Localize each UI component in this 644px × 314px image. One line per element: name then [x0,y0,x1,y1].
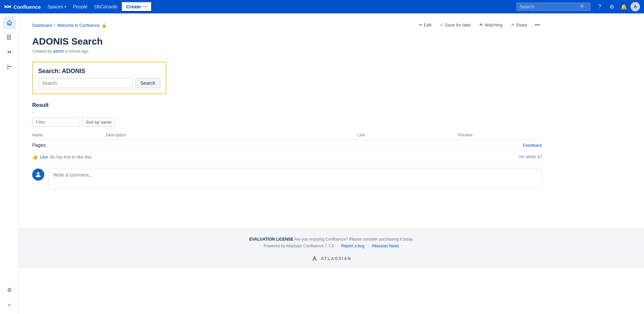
sidebar-expand[interactable]: » [3,298,16,311]
sort-button[interactable]: Sort by name [82,118,115,127]
breadcrumb-current[interactable]: Welcome to Confluence [57,23,100,28]
like-button[interactable]: Like [40,154,48,160]
like-text: Be the first to like this [50,154,92,160]
sidebar-bottom: ⚙ » [3,283,16,314]
report-bug-link[interactable]: Report a bug [341,244,364,248]
quote-icon [6,49,12,55]
sidebar-item-branches[interactable] [3,60,16,74]
comment-section: Write a comment... [32,163,542,194]
search-macro-button[interactable]: Search [136,78,160,88]
share-icon: ↗ [511,22,514,27]
top-navigation: Confluence Spaces ▾ People DbConsole Cre… [0,0,644,13]
feedback-link[interactable]: Feedback [523,143,542,148]
svg-point-1 [7,65,8,66]
page-title: ADONIS Search [32,36,542,47]
col-preview: Preview [458,133,542,137]
search-macro-box: Search: ADONIS Search [32,62,166,94]
atlassian-footer-logo: ATLASSIAN [19,255,644,262]
watch-icon: 👁 [479,22,483,27]
pages-label: Pages: [32,142,47,148]
result-table-header: Name Description Link Preview [32,131,542,140]
breadcrumb-separator: / [54,23,55,28]
thumbs-up-icon: 👍 [32,154,38,160]
commenter-avatar [32,169,44,181]
home-icon [6,20,12,26]
atlassian-logo-icon [311,255,318,262]
avatar-icon [35,171,42,178]
share-button[interactable]: ↗ Share [508,21,530,29]
logo-text: Confluence [13,4,41,10]
atlassian-news-link[interactable]: Atlassian News [372,244,399,248]
footer-eval: EVALUATION LICENSE Are you enjoying Conf… [19,237,644,242]
star-icon: ☆ [439,22,443,27]
search-macro-input[interactable] [38,78,133,88]
help-icon[interactable]: ? [594,1,605,12]
page-lock-icon: 🔒 [102,23,107,28]
settings-icon[interactable]: ⚙ [606,1,617,12]
content-area: Dashboard / Welcome to Confluence 🔒 ✏ Ed… [19,13,555,207]
footer-links: Powered by Atlassian Confluence 7.7.3 · … [19,244,644,248]
like-row: 👍 Like Be the first to like this No labe… [32,151,542,163]
more-actions-button[interactable]: ••• [533,20,542,29]
edit-button[interactable]: ✏ Edit [416,21,434,29]
page-meta: Created by admin a minute ago [32,49,542,54]
confluence-logo-icon [4,3,11,10]
page-toolbar: ✏ Edit ☆ Save for later 👁 Watching ↗ Sha… [416,20,542,29]
main-content: Dashboard / Welcome to Confluence 🔒 ✏ Ed… [19,13,644,314]
dbconsole-nav[interactable]: DbConsole [92,3,120,11]
chevron-right-icon: » [8,302,11,307]
notifications-icon[interactable]: 🔔 [619,1,629,12]
svg-point-2 [7,68,8,69]
filter-input[interactable] [32,118,79,127]
comment-input[interactable]: Write a comment... [48,169,542,189]
left-sidebar: ⚙ » [0,13,19,314]
pages-row: Pages: Feedback [32,140,542,151]
search-macro-row: Search [38,78,160,88]
col-name: Name [32,133,106,137]
result-filters: Sort by name [32,118,542,127]
no-labels: No labels 🏷 [519,154,542,160]
confluence-logo[interactable]: Confluence [4,3,41,10]
sidebar-item-home[interactable] [3,16,16,29]
create-button[interactable]: Create ··· [121,2,152,12]
search-macro-title: Search: ADONIS [38,68,160,75]
gear-icon: ⚙ [7,287,12,293]
tag-icon: 🏷 [537,154,542,160]
topnav-icons: ? ⚙ 🔔 A [594,1,640,12]
branches-icon [6,64,12,70]
breadcrumb-dashboard[interactable]: Dashboard [32,23,52,28]
sidebar-item-quotes[interactable] [3,46,16,59]
people-nav[interactable]: People [70,3,90,11]
save-for-later-button[interactable]: ☆ Save for later [437,21,473,29]
spaces-nav[interactable]: Spaces ▾ [45,3,69,11]
svg-point-4 [37,172,39,175]
watching-button[interactable]: 👁 Watching [476,21,505,29]
result-heading: Result [32,102,542,108]
footer: EVALUATION LICENSE Are you enjoying Conf… [19,228,644,268]
edit-icon: ✏ [419,22,423,27]
global-search-input[interactable] [520,4,580,9]
result-dash: - [32,110,542,115]
global-search-box[interactable]: 🔍 [517,3,590,11]
pages-icon [6,35,12,41]
search-icon: 🔍 [580,4,586,9]
user-avatar[interactable]: A [631,2,640,11]
col-description: Description [106,133,358,137]
author-link[interactable]: admin [53,49,64,54]
col-link: Link [358,133,458,137]
sidebar-item-pages[interactable] [3,31,16,44]
breadcrumb: Dashboard / Welcome to Confluence 🔒 [32,23,107,28]
sidebar-settings[interactable]: ⚙ [3,283,16,297]
